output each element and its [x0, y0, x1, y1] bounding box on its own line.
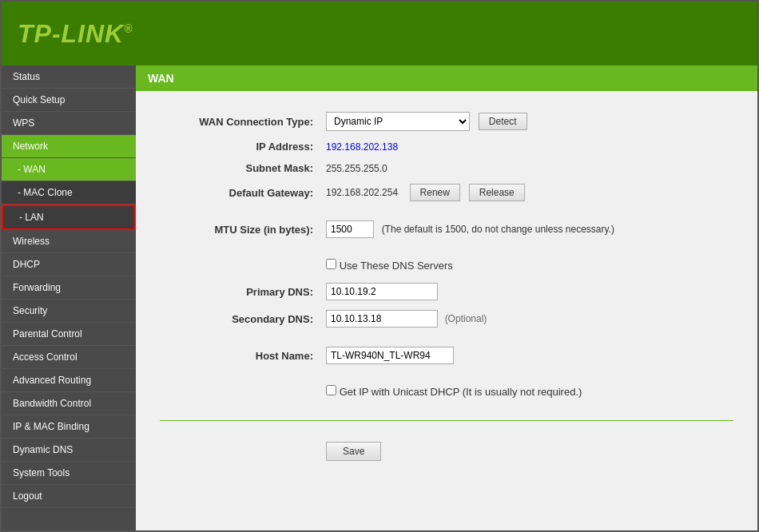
ip-address-value: 192.168.202.138 — [326, 141, 398, 153]
unicast-dhcp-row: Get IP with Unicast DHCP (It is usually … — [160, 379, 733, 404]
mtu-hint: (The default is 1500, do not change unle… — [382, 224, 614, 235]
form-divider — [160, 420, 733, 421]
release-button[interactable]: Release — [469, 184, 525, 201]
secondary-dns-row: Secondary DNS: (Optional) — [160, 305, 733, 332]
ip-address-row: IP Address: 192.168.202.138 — [160, 136, 733, 157]
subnet-mask-cell: 255.255.255.0 — [320, 157, 733, 179]
ip-address-label: IP Address: — [160, 136, 320, 157]
sidebar-item-parental-control[interactable]: Parental Control — [2, 323, 136, 346]
main-window: TP-LINK® Status Quick Setup WPS Network … — [0, 0, 759, 532]
unicast-dhcp-cell: Get IP with Unicast DHCP (It is usually … — [320, 379, 733, 404]
unicast-dhcp-label-cell — [160, 379, 320, 404]
header: TP-LINK® — [2, 2, 757, 66]
sidebar-item-status[interactable]: Status — [2, 66, 136, 89]
primary-dns-input[interactable] — [326, 283, 438, 300]
main-content: WAN WAN Connection Type: Dynamic IP Stat… — [136, 66, 757, 530]
sidebar-item-access-control[interactable]: Access Control — [2, 346, 136, 369]
save-button[interactable]: Save — [326, 442, 381, 461]
secondary-dns-cell: (Optional) — [320, 305, 733, 332]
unicast-dhcp-label: Get IP with Unicast DHCP (It is usually … — [340, 386, 582, 398]
optional-text: (Optional) — [445, 313, 487, 324]
sidebar-item-wireless[interactable]: Wireless — [2, 230, 136, 253]
primary-dns-row: Primary DNS: — [160, 278, 733, 305]
default-gateway-value: 192.168.202.254 — [326, 187, 398, 198]
sidebar-item-ip-mac-binding[interactable]: IP & MAC Binding — [2, 415, 136, 439]
content-area: WAN Connection Type: Dynamic IP Static I… — [136, 91, 757, 482]
sidebar-item-network[interactable]: Network — [2, 135, 136, 158]
mtu-size-label: MTU Size (in bytes): — [160, 216, 320, 243]
default-gateway-label: Default Gateway: — [160, 179, 320, 206]
wan-connection-type-select[interactable]: Dynamic IP Static IP PPPoE L2TP PPTP — [326, 112, 470, 131]
host-name-input[interactable] — [326, 347, 454, 364]
use-dns-checkbox[interactable] — [326, 259, 336, 269]
primary-dns-label: Primary DNS: — [160, 278, 320, 305]
save-label-cell — [160, 437, 320, 466]
sidebar-item-dynamic-dns[interactable]: Dynamic DNS — [2, 439, 136, 462]
wan-form: WAN Connection Type: Dynamic IP Static I… — [160, 107, 733, 466]
sidebar-item-lan[interactable]: - LAN — [2, 204, 136, 230]
logo-text: TP-LINK — [18, 19, 124, 48]
logo: TP-LINK® — [18, 19, 133, 49]
host-name-row: Host Name: — [160, 342, 733, 369]
sidebar-item-dhcp[interactable]: DHCP — [2, 253, 136, 276]
renew-button[interactable]: Renew — [410, 184, 460, 201]
secondary-dns-input[interactable] — [326, 310, 438, 328]
subnet-mask-row: Subnet Mask: 255.255.255.0 — [160, 157, 733, 179]
ip-address-cell: 192.168.202.138 — [320, 136, 733, 157]
wan-connection-type-row: WAN Connection Type: Dynamic IP Static I… — [160, 107, 733, 136]
mtu-size-row: MTU Size (in bytes): (The default is 150… — [160, 216, 733, 243]
sidebar-item-security[interactable]: Security — [2, 300, 136, 323]
subnet-mask-value: 255.255.255.0 — [326, 163, 387, 174]
secondary-dns-label: Secondary DNS: — [160, 305, 320, 332]
page-header: WAN — [136, 66, 757, 91]
sidebar-item-logout[interactable]: Logout — [2, 485, 136, 508]
use-dns-label-cell — [160, 252, 320, 278]
default-gateway-row: Default Gateway: 192.168.202.254 Renew R… — [160, 179, 733, 206]
host-name-label: Host Name: — [160, 342, 320, 369]
sidebar-item-bandwidth-control[interactable]: Bandwidth Control — [2, 392, 136, 415]
mtu-size-input[interactable] — [326, 220, 374, 238]
use-dns-cell: Use These DNS Servers — [320, 252, 733, 278]
sidebar-item-wps[interactable]: WPS — [2, 112, 136, 135]
subnet-mask-label: Subnet Mask: — [160, 157, 320, 179]
page-title: WAN — [148, 72, 745, 85]
sidebar-item-advanced-routing[interactable]: Advanced Routing — [2, 369, 136, 392]
host-name-cell — [320, 342, 733, 369]
sidebar-item-wan[interactable]: - WAN — [2, 158, 136, 181]
logo-mark: ® — [124, 22, 133, 35]
sidebar-item-system-tools[interactable]: System Tools — [2, 462, 136, 485]
save-row: Save — [160, 437, 733, 466]
unicast-dhcp-checkbox[interactable] — [326, 385, 336, 395]
sidebar: Status Quick Setup WPS Network - WAN - M… — [2, 66, 136, 530]
save-cell: Save — [320, 437, 733, 466]
sidebar-item-forwarding[interactable]: Forwarding — [2, 276, 136, 300]
use-dns-label: Use These DNS Servers — [340, 260, 453, 272]
divider-row — [160, 404, 733, 437]
default-gateway-cell: 192.168.202.254 Renew Release — [320, 179, 733, 206]
mtu-size-cell: (The default is 1500, do not change unle… — [320, 216, 733, 243]
wan-connection-type-label: WAN Connection Type: — [160, 107, 320, 136]
sidebar-item-mac-clone[interactable]: - MAC Clone — [2, 181, 136, 204]
primary-dns-cell — [320, 278, 733, 305]
sidebar-item-quick-setup[interactable]: Quick Setup — [2, 89, 136, 112]
wan-connection-type-cell: Dynamic IP Static IP PPPoE L2TP PPTP Det… — [320, 107, 733, 136]
use-dns-row: Use These DNS Servers — [160, 252, 733, 278]
detect-button[interactable]: Detect — [479, 113, 527, 130]
body: Status Quick Setup WPS Network - WAN - M… — [2, 66, 757, 530]
